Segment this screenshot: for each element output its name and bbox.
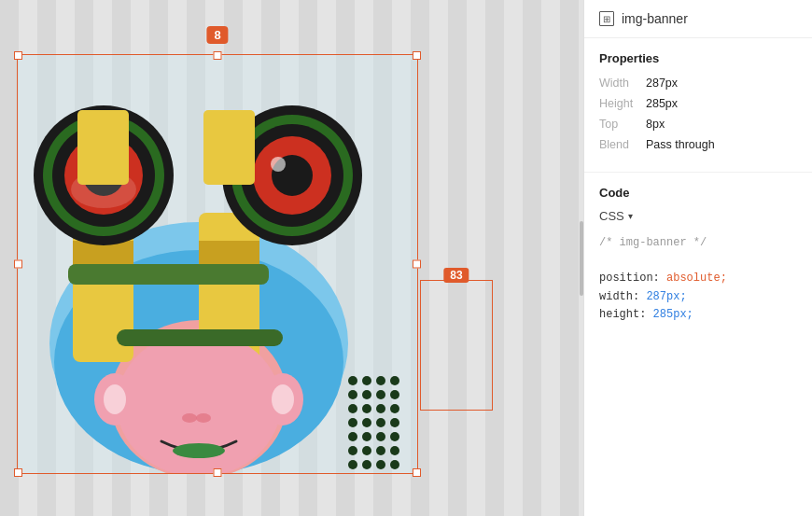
properties-title: Properties — [599, 51, 797, 65]
svg-point-45 — [348, 418, 357, 427]
svg-point-56 — [390, 446, 399, 455]
code-language-label: CSS — [599, 209, 624, 223]
svg-point-48 — [390, 418, 399, 427]
svg-point-39 — [376, 390, 385, 399]
property-value-top: 8px — [646, 118, 665, 131]
canvas-area[interactable]: 8 7 287 × 285 83 — [0, 0, 583, 516]
code-line-width: width: 287px; — [599, 288, 797, 306]
svg-rect-25 — [117, 329, 283, 346]
code-section: Code CSS ▾ /* img-banner */ position: ab… — [584, 173, 812, 337]
chevron-down-icon: ▾ — [628, 211, 633, 221]
svg-point-46 — [362, 418, 371, 427]
svg-point-42 — [362, 404, 371, 413]
code-line-height: height: 285px; — [599, 306, 797, 324]
svg-point-50 — [362, 432, 371, 441]
code-language-selector[interactable]: CSS ▾ — [599, 209, 797, 223]
svg-point-30 — [182, 413, 197, 423]
code-comment: /* img-banner */ — [599, 234, 797, 252]
svg-point-29 — [272, 384, 294, 414]
code-line-position: position: absolute; — [599, 270, 797, 287]
sidebar-header: ⊞ img-banner — [584, 0, 812, 38]
sub-selection-box: 83 — [420, 280, 493, 411]
svg-point-43 — [376, 404, 385, 413]
property-value-width: 287px — [646, 77, 678, 90]
svg-point-55 — [376, 446, 385, 455]
scroll-indicator[interactable] — [580, 221, 583, 296]
svg-point-53 — [348, 446, 357, 455]
svg-point-44 — [390, 404, 399, 413]
property-row-height: Height 285px — [599, 97, 797, 110]
svg-point-47 — [376, 418, 385, 427]
svg-rect-22 — [77, 110, 129, 185]
svg-point-35 — [376, 376, 385, 385]
svg-point-51 — [376, 432, 385, 441]
code-value-width: 287px; — [646, 290, 686, 303]
code-property-position: position: — [599, 272, 666, 285]
svg-point-52 — [390, 432, 399, 441]
svg-point-38 — [362, 390, 371, 399]
svg-point-33 — [348, 376, 357, 385]
sub-selection-badge: 83 — [443, 268, 469, 283]
svg-point-21 — [271, 157, 286, 172]
svg-point-28 — [104, 384, 126, 414]
illustration-svg — [17, 54, 418, 474]
svg-rect-8 — [68, 264, 269, 285]
property-row-top: Top 8px — [599, 118, 797, 131]
property-row-blend: Blend Pass through — [599, 138, 797, 151]
properties-sidebar: ⊞ img-banner Properties Width 287px Heig… — [583, 0, 812, 516]
svg-point-31 — [196, 413, 211, 423]
svg-point-32 — [173, 443, 225, 458]
code-block: /* img-banner */ position: absolute; wid… — [599, 234, 797, 324]
code-property-width: width: — [599, 290, 646, 303]
property-row-width: Width 287px — [599, 77, 797, 90]
property-label-blend: Blend — [599, 138, 646, 151]
code-title: Code — [599, 186, 797, 200]
svg-point-36 — [390, 376, 399, 385]
svg-point-41 — [348, 404, 357, 413]
layer-badge-top: 8 — [206, 26, 228, 44]
svg-point-37 — [348, 390, 357, 399]
svg-point-57 — [348, 460, 357, 469]
svg-point-54 — [362, 446, 371, 455]
code-value-height: 285px; — [653, 308, 693, 321]
img-frame[interactable]: 8 7 287 × 285 — [17, 54, 418, 474]
svg-rect-23 — [203, 110, 255, 185]
svg-point-40 — [390, 390, 399, 399]
svg-point-60 — [390, 460, 399, 469]
svg-point-34 — [362, 376, 371, 385]
property-value-blend: Pass through — [646, 138, 715, 151]
property-label-height: Height — [599, 97, 646, 110]
properties-section: Properties Width 287px Height 285px Top … — [584, 38, 812, 173]
svg-point-49 — [348, 432, 357, 441]
element-name-label: img-banner — [622, 11, 688, 26]
property-label-top: Top — [599, 118, 646, 131]
image-icon: ⊞ — [599, 11, 614, 26]
svg-point-58 — [362, 460, 371, 469]
svg-point-59 — [376, 460, 385, 469]
code-value-position: absolute; — [666, 272, 727, 285]
property-label-width: Width — [599, 77, 646, 90]
property-value-height: 285px — [646, 97, 678, 110]
code-property-height: height: — [599, 308, 653, 321]
